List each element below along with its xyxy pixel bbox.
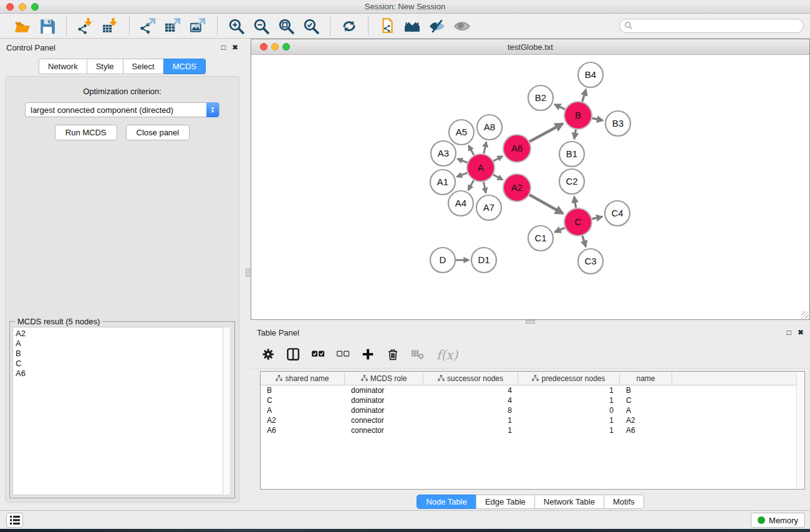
node-A8[interactable]: A8 (477, 115, 502, 140)
node-B1[interactable]: B1 (559, 142, 584, 167)
hide-details-button[interactable] (426, 16, 448, 36)
criterion-select[interactable]: largest connected component (directed) ▲… (25, 102, 219, 117)
deselect-all-button[interactable] (337, 348, 350, 362)
result-item[interactable]: A6 (16, 369, 225, 379)
import-network-button[interactable] (74, 16, 97, 36)
float-panel-icon[interactable]: □ (221, 43, 226, 52)
close-panel-icon[interactable]: ✖ (232, 43, 238, 52)
node-A1[interactable]: A1 (430, 170, 455, 195)
select-all-button[interactable] (312, 348, 325, 362)
run-mcds-button[interactable]: Run MCDS (55, 125, 117, 140)
edge-B-B2[interactable] (555, 105, 566, 110)
tab-network[interactable]: Network (39, 59, 87, 74)
node-A6[interactable]: A6 (503, 135, 531, 162)
resize-grip[interactable] (801, 311, 809, 319)
save-button[interactable] (36, 16, 59, 36)
node-A3[interactable]: A3 (431, 141, 456, 166)
edge-A-A2[interactable] (493, 175, 503, 180)
column-header-MCDS-role[interactable]: MCDS role (345, 372, 423, 385)
result-item[interactable]: C (16, 359, 225, 369)
node-B4[interactable]: B4 (578, 62, 603, 87)
node-A5[interactable]: A5 (449, 120, 474, 145)
column-header-name[interactable]: name (620, 372, 672, 385)
table-scrollbar[interactable] (796, 372, 804, 489)
node-C3[interactable]: C3 (578, 249, 603, 274)
export-network-button[interactable] (137, 16, 160, 36)
copy-network-button[interactable] (376, 16, 398, 36)
export-image-button[interactable] (187, 16, 210, 36)
node-A7[interactable]: A7 (476, 195, 501, 220)
node-B3[interactable]: B3 (605, 111, 630, 136)
columns-button[interactable] (287, 348, 301, 362)
zoom-in-button[interactable] (225, 16, 248, 36)
tab-edge-table[interactable]: Edge Table (476, 495, 534, 509)
node-B[interactable]: B (564, 102, 592, 129)
gear-button[interactable] (262, 348, 276, 362)
edge-A6-B[interactable] (529, 123, 562, 142)
node-C1[interactable]: C1 (528, 226, 553, 251)
column-header-successor-nodes[interactable]: successor nodes (423, 372, 518, 385)
tab-select[interactable]: Select (123, 59, 163, 74)
node-A2[interactable]: A2 (503, 174, 531, 201)
task-history-button[interactable] (6, 513, 23, 528)
table-row[interactable]: Cdominator41C (261, 395, 804, 405)
zoom-selected-button[interactable] (300, 16, 322, 36)
tab-motifs[interactable]: Motifs (604, 495, 644, 509)
edge-C-C3[interactable] (582, 236, 586, 246)
import-table-button[interactable] (99, 16, 122, 36)
column-header-predecessor-nodes[interactable]: predecessor nodes (518, 372, 620, 385)
table-close-icon[interactable]: ✖ (798, 328, 804, 337)
vertical-divider-handle[interactable] (246, 268, 250, 277)
table-float-icon[interactable]: □ (787, 328, 791, 337)
column-header-shared-name[interactable]: shared name (261, 372, 345, 385)
tab-mcds[interactable]: MCDS (163, 59, 206, 74)
node-C2[interactable]: C2 (559, 169, 584, 194)
delete-button[interactable] (387, 348, 400, 362)
export-table-button[interactable] (162, 16, 185, 36)
node-C[interactable]: C (564, 208, 592, 236)
home-button[interactable] (401, 16, 423, 36)
result-item[interactable]: A (16, 339, 225, 349)
close-panel-button[interactable]: Close panel (126, 125, 190, 140)
edge-A-A4[interactable] (468, 180, 474, 190)
result-item[interactable]: B (16, 349, 225, 359)
tab-network-table[interactable]: Network Table (534, 495, 604, 509)
edge-A-A1[interactable] (457, 173, 468, 177)
node-C4[interactable]: C4 (605, 201, 630, 226)
table-row[interactable]: Adominator80A (261, 405, 804, 415)
memory-button[interactable]: Memory (751, 513, 805, 528)
node-D[interactable]: D (430, 248, 455, 273)
edge-C-C1[interactable] (555, 228, 565, 232)
zoom-out-button[interactable] (250, 16, 272, 36)
edge-A-A5[interactable] (469, 145, 474, 155)
preview-button[interactable] (451, 16, 473, 36)
result-item[interactable]: A2 (16, 329, 225, 339)
edge-A-A7[interactable] (484, 182, 486, 193)
fx-button[interactable]: f(x) (436, 347, 458, 362)
delete-table-button[interactable] (412, 348, 425, 362)
tab-node-table[interactable]: Node Table (417, 495, 476, 509)
edge-A-A6[interactable] (493, 156, 503, 161)
edge-A2-C[interactable] (529, 195, 563, 213)
add-button[interactable] (362, 348, 375, 362)
edge-C-C4[interactable] (592, 216, 602, 219)
edge-B-B3[interactable] (592, 118, 603, 120)
edge-A-A8[interactable] (484, 142, 486, 154)
table-row[interactable]: Bdominator41B (261, 385, 804, 395)
zoom-fit-button[interactable] (275, 16, 297, 36)
mcds-result-list[interactable]: A2ABCA6 (12, 327, 226, 495)
node-D1[interactable]: D1 (471, 248, 496, 273)
open-folder-button[interactable] (11, 16, 34, 36)
result-scrollbar[interactable] (223, 327, 231, 495)
network-canvas[interactable]: B4B2BB3A8A5A6A3B1AA1C2A2A4A7C4CC1DD1C3 (251, 55, 809, 319)
table-row[interactable]: A6connector11A6 (261, 425, 804, 435)
edge-B-B1[interactable] (574, 130, 576, 139)
table-row[interactable]: A2connector11A2 (261, 415, 804, 425)
node-A[interactable]: A (467, 154, 494, 181)
search-input[interactable] (619, 19, 804, 33)
refresh-button[interactable] (338, 16, 360, 36)
edge-C-C2[interactable] (574, 197, 576, 208)
edge-A-A3[interactable] (458, 159, 468, 163)
node-B2[interactable]: B2 (528, 85, 553, 110)
edge-B-B4[interactable] (582, 90, 586, 102)
